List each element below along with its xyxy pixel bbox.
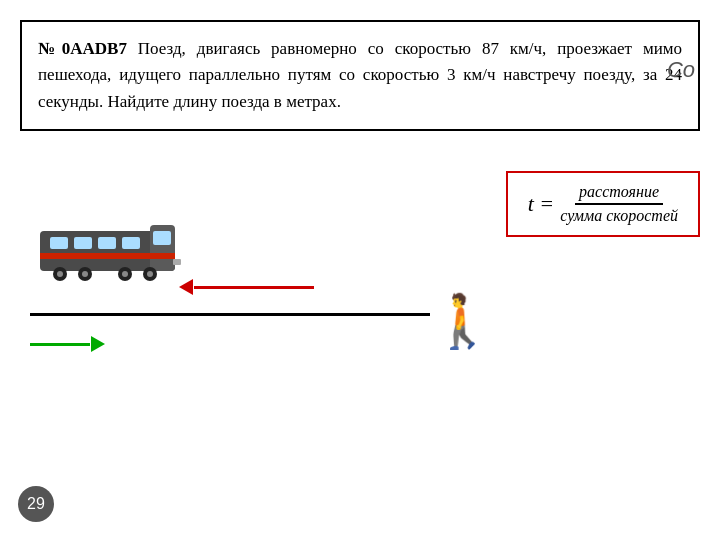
slide: №0AADB7 Поезд, двигаясь равномерно со ск… bbox=[0, 0, 720, 540]
formula-denominator: сумма скоростей bbox=[560, 205, 678, 225]
arrow-right-line bbox=[30, 343, 90, 346]
svg-point-14 bbox=[122, 271, 128, 277]
arrow-left-head bbox=[179, 279, 193, 295]
track-line bbox=[30, 313, 430, 316]
svg-rect-4 bbox=[98, 237, 116, 249]
svg-rect-7 bbox=[40, 253, 175, 259]
arrow-left-line bbox=[194, 286, 314, 289]
red-arrow-left bbox=[180, 279, 314, 295]
svg-point-13 bbox=[82, 271, 88, 277]
pedestrian-figure: 🚶 bbox=[430, 296, 495, 348]
green-arrow-right bbox=[30, 336, 104, 352]
problem-box: №0AADB7 Поезд, двигаясь равномерно со ск… bbox=[20, 20, 700, 131]
arrow-right-head bbox=[91, 336, 105, 352]
problem-number: №0AADB7 bbox=[38, 39, 127, 58]
svg-rect-6 bbox=[153, 231, 171, 245]
diagram-area: 🚶 t = расстояние сумма скоростей bbox=[20, 151, 700, 391]
svg-point-12 bbox=[57, 271, 63, 277]
page-number-text: 29 bbox=[27, 495, 45, 513]
formula-fraction: расстояние сумма скоростей bbox=[560, 183, 678, 225]
problem-text: Поезд, двигаясь равномерно со скоростью … bbox=[38, 39, 682, 111]
svg-rect-5 bbox=[122, 237, 140, 249]
corner-label: Co bbox=[667, 57, 695, 83]
svg-point-15 bbox=[147, 271, 153, 277]
svg-rect-16 bbox=[173, 259, 181, 265]
page-number-badge: 29 bbox=[18, 486, 54, 522]
formula-box: t = расстояние сумма скоростей bbox=[506, 171, 700, 237]
formula-equation: t = расстояние сумма скоростей bbox=[528, 183, 678, 225]
svg-rect-3 bbox=[74, 237, 92, 249]
train-container bbox=[30, 211, 190, 291]
formula-numerator: расстояние bbox=[575, 183, 663, 205]
svg-rect-2 bbox=[50, 237, 68, 249]
formula-lhs: t = bbox=[528, 191, 554, 217]
